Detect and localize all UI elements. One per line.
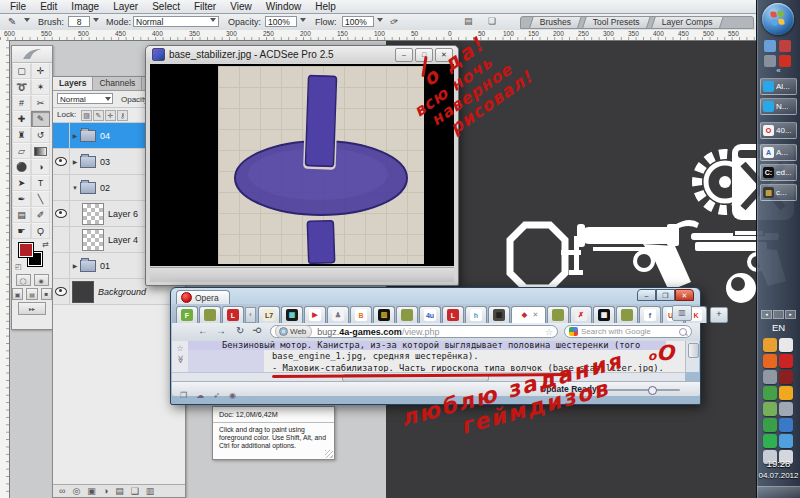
sync-cloud-icon[interactable]: ☁ <box>196 391 204 400</box>
update-ready-label[interactable]: Update Ready <box>540 384 597 394</box>
browser-tab[interactable]: ▶ <box>304 306 326 323</box>
browser-tab-active[interactable]: ◆✕ <box>511 306 546 323</box>
mode-select[interactable]: Normal <box>133 16 219 27</box>
acdsee-titlebar[interactable]: base_stabilizer.jpg - ACDSee Pro 2.5 – □… <box>146 46 458 63</box>
notes-tool-icon[interactable]: ▤ <box>12 207 31 223</box>
language-indicator[interactable]: EN <box>757 322 800 333</box>
menu-view[interactable]: View <box>223 0 259 13</box>
dodge-tool-icon[interactable]: ◑ <box>31 159 50 175</box>
tool-preset-arrow-icon[interactable] <box>24 18 30 22</box>
brush-tool-icon[interactable]: ✎ <box>31 111 50 127</box>
brush-picker-arrow-icon[interactable] <box>93 18 99 22</box>
crop-tool-icon[interactable]: # <box>12 95 31 111</box>
toolbox-grip[interactable] <box>12 46 52 63</box>
mode-select-arrow-icon[interactable] <box>210 18 216 22</box>
start-button[interactable] <box>762 3 794 35</box>
blend-mode-arrow-icon[interactable] <box>105 97 111 101</box>
zoom-slider[interactable] <box>600 389 680 391</box>
opera-close-button[interactable]: ✕ <box>675 289 694 301</box>
tray-icon[interactable] <box>779 370 793 384</box>
delete-layer-icon[interactable]: ▥ <box>146 485 155 497</box>
menu-layer[interactable]: Layer <box>106 0 145 13</box>
tray-icon[interactable] <box>763 402 777 416</box>
expand-arrow-icon[interactable]: ▼ <box>70 185 80 191</box>
file-info-icon[interactable]: ▤ <box>464 16 473 26</box>
browser-tab[interactable]: ▦ <box>488 306 510 323</box>
back-button[interactable]: ← <box>198 325 208 336</box>
history-brush-tool-icon[interactable]: ↺ <box>31 127 50 143</box>
visibility-toggle[interactable] <box>53 253 70 278</box>
clock-time[interactable]: 19:28 <box>757 458 800 469</box>
acdsee-image-view[interactable] <box>150 64 454 266</box>
edit-standard-mode-button[interactable]: ◯ <box>16 274 31 286</box>
hand-tool-icon[interactable]: ☛ <box>12 223 31 239</box>
menu-help[interactable]: Help <box>308 0 343 13</box>
tab-close-icon[interactable]: ✕ <box>533 311 539 319</box>
tray-icon[interactable] <box>779 402 793 416</box>
palette-tab-channels[interactable]: Channels <box>93 77 142 90</box>
opacity-input[interactable]: 100% <box>265 16 297 27</box>
opacity-arrow-icon[interactable] <box>300 18 306 22</box>
opera-menu-button[interactable]: Opera <box>176 290 230 304</box>
browser-tab[interactable] <box>616 306 638 323</box>
tray-icon[interactable] <box>779 434 793 448</box>
bridge-icon[interactable]: ❏ <box>488 16 496 26</box>
healing-brush-tool-icon[interactable]: ✚ <box>12 111 31 127</box>
menu-window[interactable]: Window <box>259 0 309 13</box>
tray-icon[interactable] <box>763 386 777 400</box>
browser-tab[interactable]: ♟ <box>327 306 349 323</box>
acdsee-close-button[interactable]: ✕ <box>435 48 453 62</box>
palette-tab-brushes[interactable]: Brushes <box>529 16 582 28</box>
browser-tab[interactable]: ▦ <box>281 306 303 323</box>
fullscreen-button[interactable]: ■ <box>41 288 52 300</box>
fullscreen-menubar-button[interactable]: ▤ <box>26 288 37 300</box>
visibility-toggle[interactable] <box>53 175 70 200</box>
opera-maximize-button[interactable]: ❐ <box>656 289 675 301</box>
layer-thumbnail[interactable] <box>82 203 104 225</box>
browser-tab[interactable] <box>547 306 569 323</box>
tray-icon[interactable] <box>779 354 793 368</box>
brush-size-picker[interactable]: 8 <box>68 16 90 27</box>
palette-tab-layer-comps[interactable]: Layer Comps <box>651 16 723 28</box>
visibility-toggle[interactable] <box>53 123 70 148</box>
tray-icon[interactable] <box>764 40 776 52</box>
browser-tab[interactable]: L <box>442 306 464 323</box>
tray-icon[interactable] <box>763 418 777 432</box>
menu-file[interactable]: File <box>3 0 33 13</box>
browser-tab[interactable]: h <box>465 306 487 323</box>
visibility-toggle[interactable] <box>53 227 70 252</box>
quick-mask-mode-button[interactable]: ◉ <box>34 274 49 286</box>
eraser-tool-icon[interactable]: ▱ <box>12 143 31 159</box>
closed-tabs-trash-icon[interactable]: ▥ <box>672 305 692 321</box>
opera-titlebar[interactable]: Opera – ❐ ✕ <box>171 288 700 304</box>
eyedropper-tool-icon[interactable]: ✐ <box>31 207 50 223</box>
blur-tool-icon[interactable]: ⚫ <box>12 159 31 175</box>
taskbar-app-button[interactable]: ▤c... <box>760 184 797 201</box>
menu-image[interactable]: Image <box>64 0 106 13</box>
tray-icon[interactable] <box>779 338 793 352</box>
pen-tool-icon[interactable]: ✒ <box>12 191 31 207</box>
background-thumbnail[interactable] <box>72 281 94 303</box>
new-layer-icon[interactable]: ❑ <box>131 485 139 497</box>
share-icon[interactable]: ➶ <box>213 391 220 400</box>
browser-tab[interactable] <box>396 306 418 323</box>
visibility-toggle[interactable] <box>53 279 70 304</box>
tray-icon[interactable] <box>763 354 777 368</box>
taskbar-chevron-icon[interactable]: « <box>757 66 800 75</box>
layer-thumbnail[interactable] <box>82 229 104 251</box>
palette-tab-tool-presets[interactable]: Tool Presets <box>582 16 651 28</box>
flow-input[interactable]: 100% <box>342 16 374 27</box>
opera-link-key-icon[interactable]: ⚲ <box>252 327 263 334</box>
bookmark-star-icon[interactable]: ☆ <box>545 327 553 337</box>
browser-tab[interactable]: B <box>350 306 372 323</box>
browser-tab[interactable]: ✗ <box>570 306 592 323</box>
layer-mask-icon[interactable]: ▣ <box>87 485 96 497</box>
brush-tool-preset-icon[interactable]: ✎ <box>8 16 16 27</box>
opera-minimize-button[interactable]: – <box>637 289 656 301</box>
menu-select[interactable]: Select <box>145 0 187 13</box>
taskbar-app-button[interactable]: O40... <box>760 122 797 139</box>
url-field[interactable]: Web bugz.4a-games.com/view.php ☆ <box>270 325 558 338</box>
taskbar-app-button[interactable]: AA... <box>760 144 797 161</box>
path-selection-tool-icon[interactable]: ➤ <box>12 175 31 191</box>
edit-in-imageready-button[interactable]: ▸▸ <box>18 302 46 315</box>
